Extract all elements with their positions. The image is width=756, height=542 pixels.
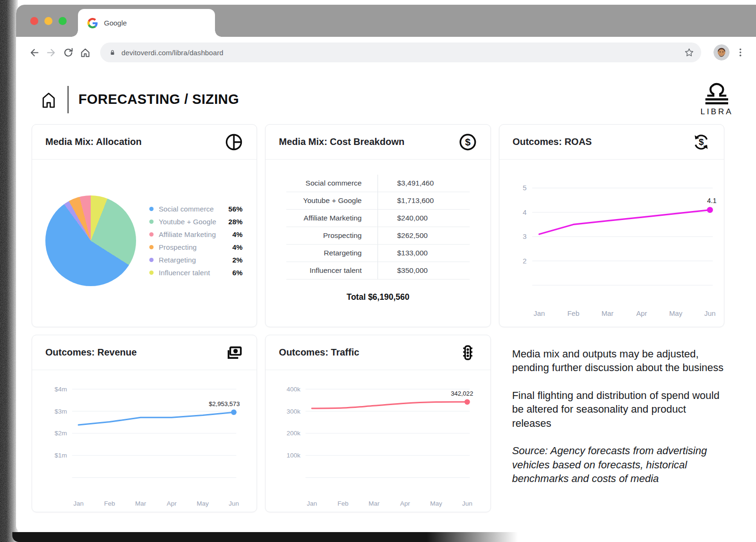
maximize-window-button[interactable] [59, 17, 67, 25]
profile-avatar[interactable] [713, 44, 730, 60]
svg-text:Apr: Apr [400, 500, 411, 507]
legend-value: 4% [232, 230, 243, 238]
legend-dot [149, 245, 154, 249]
cost-row-value: $133,000 [378, 245, 470, 262]
bookmark-star-icon[interactable] [684, 47, 695, 58]
notes-block: Media mix and outputs may be adjusted, p… [499, 335, 724, 512]
card-media-mix-cost: Media Mix: Cost Breakdown $ Social comme… [265, 124, 490, 327]
svg-text:$2m: $2m [54, 430, 67, 437]
card-title: Outcomes: ROAS [513, 136, 592, 147]
card-title: Outcomes: Revenue [45, 347, 137, 358]
svg-text:$2,953,573: $2,953,573 [209, 400, 240, 407]
cost-table-row: Social commerce$3,491,460 [286, 175, 469, 192]
url-text: devitoverdi.com/libra/dashboard [121, 49, 679, 57]
legend-dot [149, 258, 154, 262]
svg-text:Feb: Feb [338, 500, 349, 507]
cost-row-value: $350,000 [378, 262, 470, 279]
legend-dot [149, 220, 154, 224]
legend-label: Affiliate Marketing [159, 230, 232, 238]
svg-text:$1m: $1m [54, 452, 67, 459]
home-button[interactable] [77, 44, 94, 61]
dashboard-page: FORECASTING / SIZING LIBRA Media Mix: Al… [16, 82, 756, 512]
home-icon[interactable] [40, 90, 58, 110]
legend-label: Retargeting [159, 256, 232, 264]
browser-menu-button[interactable] [734, 46, 747, 59]
allocation-pie [45, 195, 136, 286]
cost-table: Social commerce$3,491,460Youtube + Googl… [286, 175, 469, 279]
cost-total: Total $6,190,560 [286, 292, 469, 302]
cost-table-row: Influencer talent$350,000 [286, 262, 469, 279]
legend-value: 56% [228, 205, 242, 213]
svg-text:Mar: Mar [135, 500, 146, 507]
backdrop-grain-left [0, 0, 18, 542]
svg-text:Mar: Mar [369, 500, 380, 507]
card-outcomes-traffic: Outcomes: Traffic 400k300k200k100kJanFeb… [265, 335, 490, 512]
dollar-refresh-icon: $ [692, 133, 711, 152]
cost-row-label: Affiliate Marketing [286, 210, 378, 227]
svg-text:$4m: $4m [54, 386, 67, 393]
tab-title: Google [104, 19, 127, 27]
cost-row-value: $262,500 [378, 227, 470, 245]
cost-row-label: Youtube + Google [286, 192, 378, 210]
browser-tab[interactable]: Google [78, 9, 215, 37]
note-source: Source: Agency forecasts from advertisin… [512, 444, 724, 485]
allocation-legend: Social commerce56%Youtube + Google28%Aff… [149, 205, 242, 277]
svg-text:100k: 100k [287, 452, 301, 459]
cost-row-value: $3,491,460 [378, 175, 470, 192]
legend-item: Social commerce56% [149, 205, 242, 213]
browser-titlebar: Google [16, 5, 756, 37]
revenue-chart: $4m$3m$2m$1mJanFebMarAprMayJun$2,953,573 [37, 373, 252, 510]
cash-icon [224, 343, 243, 362]
svg-text:$3m: $3m [54, 408, 67, 415]
legend-value: 28% [228, 218, 242, 226]
close-window-button[interactable] [30, 17, 38, 25]
legend-label: Youtube + Google [159, 218, 228, 226]
dashboard-grid: Media Mix: Allocation Social commerce56%… [32, 124, 724, 512]
traffic-chart: 400k300k200k100kJanFebMarAprMayJun342,02… [270, 373, 485, 510]
svg-text:342,022: 342,022 [451, 390, 473, 397]
page-title: FORECASTING / SIZING [78, 92, 239, 107]
svg-text:Jun: Jun [462, 500, 472, 507]
card-title: Media Mix: Allocation [45, 136, 142, 147]
brand-name: LIBRA [699, 107, 734, 117]
card-title: Media Mix: Cost Breakdown [279, 136, 404, 147]
browser-toolbar: devitoverdi.com/libra/dashboard [16, 37, 756, 68]
browser-window: Google devitoverdi.com/libra/dashboard [16, 5, 756, 532]
legend-value: 4% [232, 243, 243, 251]
svg-text:May: May [430, 500, 443, 507]
backdrop-grain-bottom [12, 532, 518, 542]
svg-text:3: 3 [523, 233, 526, 240]
svg-text:Apr: Apr [167, 500, 177, 507]
window-controls [30, 17, 67, 25]
cost-row-label: Prospecting [286, 227, 378, 245]
svg-text:May: May [197, 500, 209, 507]
page-header: FORECASTING / SIZING LIBRA [40, 82, 734, 117]
reload-button[interactable] [60, 44, 77, 61]
cost-row-label: Social commerce [286, 175, 378, 192]
dollar-circle-icon: $ [458, 133, 477, 152]
traffic-light-icon [458, 343, 477, 362]
header-divider [68, 86, 69, 113]
cost-table-row: Prospecting$262,500 [286, 227, 469, 245]
back-button[interactable] [26, 44, 43, 61]
card-outcomes-revenue: Outcomes: Revenue $4m$3m$2m$1mJanFebMarA… [32, 335, 257, 512]
legend-item: Affiliate Marketing4% [149, 230, 242, 238]
svg-text:Jun: Jun [229, 500, 239, 507]
address-bar[interactable]: devitoverdi.com/libra/dashboard [100, 42, 701, 62]
note-paragraph: Media mix and outputs may be adjusted, p… [512, 347, 724, 375]
svg-text:Jan: Jan [307, 500, 318, 507]
card-media-mix-allocation: Media Mix: Allocation Social commerce56%… [32, 124, 257, 327]
svg-text:Feb: Feb [567, 310, 579, 317]
svg-text:300k: 300k [287, 408, 301, 415]
svg-text:Jan: Jan [533, 310, 545, 317]
svg-text:2: 2 [523, 257, 526, 265]
svg-text:$: $ [465, 136, 471, 147]
cost-table-row: Retargeting$133,000 [286, 245, 469, 262]
svg-text:400k: 400k [287, 386, 301, 393]
legend-item: Influencer talent6% [149, 269, 242, 277]
legend-item: Youtube + Google28% [149, 218, 242, 226]
forward-button[interactable] [43, 44, 60, 61]
svg-text:Mar: Mar [601, 310, 614, 317]
legend-value: 6% [232, 269, 243, 277]
minimize-window-button[interactable] [44, 17, 52, 25]
